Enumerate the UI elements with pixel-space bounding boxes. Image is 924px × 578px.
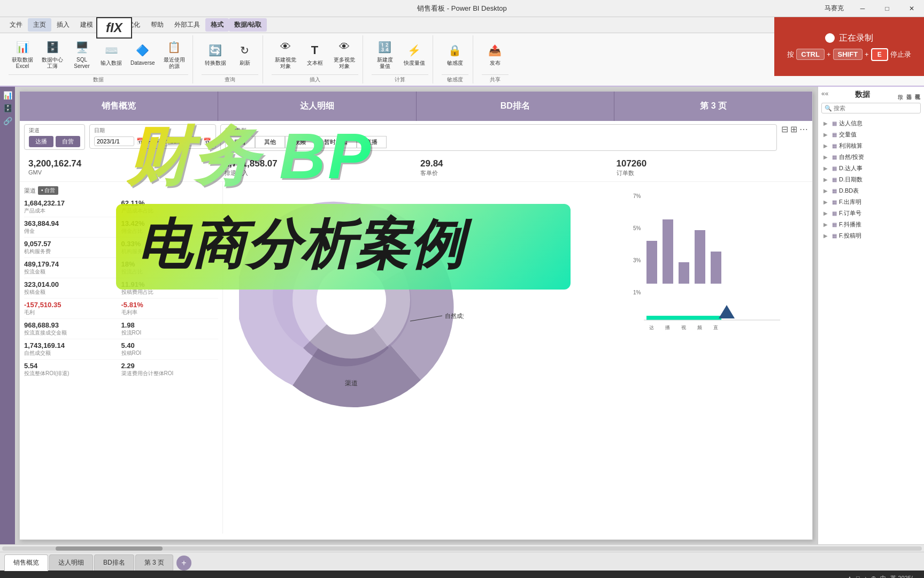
- kpi-unitprice-value: 29.84: [420, 158, 608, 169]
- add-tab-button[interactable]: +: [176, 556, 191, 571]
- transform-data-button[interactable]: 🔄 转换数据: [202, 41, 229, 69]
- fix-badge: fIX: [96, 17, 132, 39]
- date-from-input[interactable]: [94, 136, 134, 146]
- new-measure-button[interactable]: 🔢 新建度量值: [372, 37, 398, 72]
- tab-influencer-detail[interactable]: 达人明细: [49, 554, 93, 571]
- recording-panel: 正在录制 按 CTRL + SHIFT + E 停止录: [774, 17, 924, 76]
- report-header: 销售概览 达人明细 BD排名 第 3 页: [20, 92, 812, 121]
- stop-label: 停止录: [890, 50, 911, 59]
- minimize-button[interactable]: ─: [850, 0, 875, 17]
- e-key[interactable]: E: [871, 48, 888, 61]
- expand-icon-2: ▶: [823, 143, 828, 149]
- metrics-table: 1,684,232.17 产品成本 62.11% 产品成本占比 363,8: [24, 197, 218, 379]
- menu-insert[interactable]: 插入: [51, 18, 75, 32]
- menu-file[interactable]: 文件: [4, 18, 28, 32]
- menu-data[interactable]: 数据/钻取: [229, 18, 267, 32]
- cargo-other-btn[interactable]: 其他: [255, 136, 285, 148]
- metric-row-cost: 1,684,232.17 产品成本 62.11% 产品成本占比: [24, 197, 218, 217]
- sensitivity-button[interactable]: 🔒 敏感度: [442, 41, 468, 69]
- channel-buttons: 达播 自营: [29, 136, 80, 147]
- nav-model-icon[interactable]: 🔗: [3, 117, 12, 125]
- filter-actions: ⊟ ⊞ ⋯: [781, 124, 808, 136]
- sql-server-button[interactable]: 🖥️ SQLServer: [68, 37, 95, 72]
- svg-rect-11: [679, 262, 689, 284]
- filters-tab[interactable]: 筛选器: [905, 90, 912, 100]
- metric-row-commission: 363,884.94 佣金 13.42% 佣金占比: [24, 217, 218, 238]
- datacenter-icon: 🗄️: [45, 40, 60, 55]
- sidebar-item-2[interactable]: ▶ ▦ 利润核算: [821, 140, 921, 151]
- recent-sources-button[interactable]: 📋 最近使用的源: [160, 37, 188, 72]
- menu-model[interactable]: 建模: [75, 18, 98, 32]
- kpi-订单数: 107260 订单数: [612, 156, 808, 179]
- sidebar-title: 数据: [828, 90, 896, 100]
- cargo-chuangkou-btn[interactable]: 橱窗: [225, 136, 255, 148]
- sidebar-item-0[interactable]: ▶ ▦ 达人信息: [821, 118, 921, 129]
- sidebar-item-1[interactable]: ▶ ▦ 交量值: [821, 129, 921, 140]
- svg-rect-12: [695, 230, 705, 284]
- textbox-button[interactable]: T 文本框: [302, 41, 328, 69]
- charts-area: 渠道 自然成交 64% 7% 5% 3% 1%: [223, 182, 812, 534]
- cargo-unknown-btn[interactable]: 暂时未知: [315, 136, 357, 148]
- refresh-button[interactable]: ↻ 刷新: [232, 41, 258, 69]
- fields-tab[interactable]: 字段: [896, 90, 904, 100]
- channel-dabo-btn[interactable]: 达播: [29, 136, 53, 147]
- new-visual-button[interactable]: 👁 新建视觉对象: [272, 37, 299, 72]
- collapse-left-icon[interactable]: «: [821, 90, 825, 100]
- sidebar-item-7[interactable]: ▶ ▦ F.出库明: [821, 196, 921, 208]
- sidebar-item-5[interactable]: ▶ ▦ D.日期数: [821, 174, 921, 185]
- svg-text:自然成交 64%: 自然成交 64%: [445, 313, 464, 319]
- nav-data-icon[interactable]: 🗄️: [3, 104, 12, 112]
- table-icon-2: ▦: [832, 143, 837, 149]
- scroll-track[interactable]: [2, 546, 922, 551]
- more-icon[interactable]: ⋯: [799, 124, 808, 134]
- sidebar-item-4[interactable]: ▶ ▦ D.达人事: [821, 163, 921, 174]
- channel-ziying-btn[interactable]: 自营: [56, 136, 80, 147]
- expand-icon[interactable]: ⊞: [790, 124, 797, 134]
- tab-page3[interactable]: 第 3 页: [135, 554, 173, 571]
- sidebar-item-10[interactable]: ▶ ▦ F.投稿明: [821, 230, 921, 241]
- menu-external[interactable]: 外部工具: [169, 18, 205, 32]
- menu-home[interactable]: 主页: [28, 18, 51, 32]
- visualizations-tab[interactable]: 可视化效果: [913, 90, 921, 100]
- svg-text:3%: 3%: [633, 257, 641, 263]
- date-to-input[interactable]: [161, 136, 201, 146]
- svg-rect-13: [711, 252, 721, 284]
- sidebar-search-input[interactable]: [821, 103, 921, 113]
- more-visuals-button[interactable]: 👁 更多视觉对象: [330, 37, 358, 72]
- close-button[interactable]: ✕: [899, 0, 924, 17]
- ribbon-group-query-label: 查询: [202, 74, 258, 83]
- quick-measure-button[interactable]: ⚡ 快度量值: [401, 41, 428, 69]
- data-center-button[interactable]: 🗄️ 数据中心工薄: [38, 37, 66, 72]
- header-section-page3: 第 3 页: [614, 92, 812, 121]
- cargo-live-btn[interactable]: 直播: [357, 136, 387, 148]
- scroll-thumb[interactable]: [56, 546, 163, 551]
- cargo-video-btn[interactable]: 视频: [285, 136, 315, 148]
- tab-sales-overview[interactable]: 销售概览: [4, 554, 48, 571]
- expand-icon-8: ▶: [823, 210, 828, 216]
- dataverse-button[interactable]: 🔷 Dataverse: [127, 41, 158, 69]
- svg-text:频: 频: [697, 325, 702, 330]
- publish-button[interactable]: 📤 发布: [482, 41, 509, 69]
- sidebar-item-9[interactable]: ▶ ▦ F.抖播推: [821, 219, 921, 230]
- get-data-excel-button[interactable]: 📊 获取数据Excel: [9, 37, 36, 72]
- recording-header: 正在录制: [825, 33, 873, 44]
- sidebar-item-3[interactable]: ▶ ▦ 自然/投资: [821, 151, 921, 163]
- svg-text:播: 播: [665, 325, 670, 330]
- menu-help[interactable]: 帮助: [145, 18, 169, 32]
- nav-report-icon[interactable]: 📊: [3, 91, 12, 100]
- calendar-icon-from[interactable]: 📅: [136, 138, 144, 145]
- expand-icon-4: ▶: [823, 165, 828, 171]
- sidebar-item-8[interactable]: ▶ ▦ F.订单号: [821, 208, 921, 219]
- left-nav: 📊 🗄️ 🔗: [0, 87, 15, 544]
- menu-format[interactable]: 格式: [205, 18, 229, 32]
- calendar-icon-to[interactable]: 📅: [203, 138, 211, 145]
- filter-icon[interactable]: ⊟: [781, 124, 788, 134]
- sidebar-item-6[interactable]: ▶ ▦ D.BD表: [821, 185, 921, 196]
- input-data-button[interactable]: ⌨️ 输入数据: [97, 41, 125, 69]
- svg-text:5%: 5%: [633, 225, 641, 231]
- maximize-button[interactable]: □: [875, 0, 899, 17]
- tab-bar: 销售概览 达人明细 BD排名 第 3 页 +: [0, 552, 924, 571]
- collapse-right-icon[interactable]: «: [825, 90, 829, 100]
- tab-bd-ranking[interactable]: BD排名: [94, 554, 134, 571]
- table-icon-7: ▦: [832, 199, 837, 205]
